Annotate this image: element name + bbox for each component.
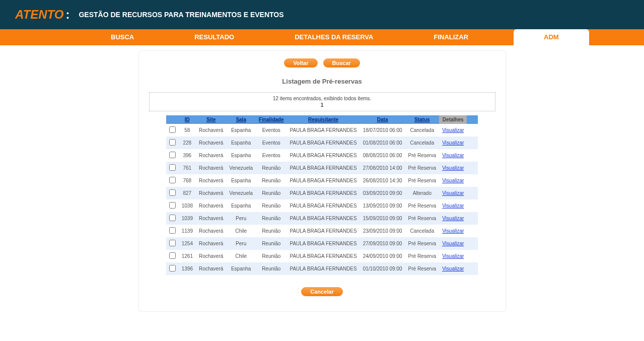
cell-id: 827 xyxy=(179,187,196,199)
visualizar-link[interactable]: Visualizar xyxy=(442,241,464,246)
table-row: 768RochaveráEspanhaReuniãoPAULA BRAGA FE… xyxy=(166,174,478,187)
col-data: Data xyxy=(360,115,405,124)
row-checkbox[interactable] xyxy=(169,252,176,259)
cell-site: Rochaverá xyxy=(196,187,226,199)
cell-finalidade: Reunião xyxy=(256,250,287,262)
logo-text: ATENTO xyxy=(15,8,63,21)
sort-data[interactable]: Data xyxy=(377,117,388,122)
col-finalidade: Finalidade xyxy=(256,115,287,124)
row-checkbox[interactable] xyxy=(169,126,176,133)
row-checkbox[interactable] xyxy=(169,152,176,158)
cell-status: Pré Reserva xyxy=(405,237,440,250)
col-detalhes: Detalhes xyxy=(439,115,467,124)
tab-detalhes[interactable]: DETALHES DA RESERVA xyxy=(279,29,388,45)
cell-site: Rochaverá xyxy=(196,137,226,149)
cell-status: Pré Reserva xyxy=(405,212,440,225)
reservation-table: ID Site Sala Finalidade Requisitante Dat… xyxy=(166,115,478,275)
row-checkbox[interactable] xyxy=(169,164,176,171)
tab-busca[interactable]: BUSCA xyxy=(96,29,149,45)
visualizar-link[interactable]: Visualizar xyxy=(442,203,464,209)
voltar-button[interactable]: Voltar xyxy=(284,58,317,67)
buscar-button[interactable]: Buscar xyxy=(323,58,360,67)
visualizar-link[interactable]: Visualizar xyxy=(442,178,464,183)
cell-data: 01/08/2010 06:00 xyxy=(360,137,405,149)
table-row: 1039RochaveráPeruReuniãoPAULA BRAGA FERN… xyxy=(166,212,478,225)
cell-finalidade: Reunião xyxy=(256,237,287,250)
cell-requisitante: PAULA BRAGA FERNANDES xyxy=(287,124,360,137)
page-number: 1 xyxy=(150,102,495,108)
logo: ATENTO: xyxy=(15,8,69,22)
cell-sala: Venezuela xyxy=(226,187,256,199)
cell-status: Cancelada xyxy=(405,225,440,237)
visualizar-link[interactable]: Visualizar xyxy=(442,140,464,146)
table-row: 1038RochaveráEspanhaReuniãoPAULA BRAGA F… xyxy=(166,199,478,212)
col-status: Status xyxy=(405,115,440,124)
cell-id: 761 xyxy=(179,162,196,174)
cell-sala: Espanha xyxy=(226,149,256,162)
cell-finalidade: Eventos xyxy=(256,124,287,137)
visualizar-link[interactable]: Visualizar xyxy=(442,190,464,196)
row-checkbox[interactable] xyxy=(169,202,176,209)
cell-data: 08/08/2010 06:00 xyxy=(360,149,405,162)
cell-finalidade: Eventos xyxy=(256,149,287,162)
visualizar-link[interactable]: Visualizar xyxy=(442,266,464,271)
visualizar-link[interactable]: Visualizar xyxy=(442,127,464,133)
tab-adm[interactable]: ADM xyxy=(514,29,589,45)
cell-requisitante: PAULA BRAGA FERNANDES xyxy=(287,137,360,149)
cell-site: Rochaverá xyxy=(196,162,226,174)
table-row: 1139RochaveráChileReuniãoPAULA BRAGA FER… xyxy=(166,225,478,237)
cell-sala: Chile xyxy=(226,250,256,262)
col-site: Site xyxy=(196,115,226,124)
cell-finalidade: Reunião xyxy=(256,199,287,212)
cell-data: 24/09/2010 09:00 xyxy=(360,250,405,262)
sort-status[interactable]: Status xyxy=(414,117,430,122)
cell-sala: Chile xyxy=(226,225,256,237)
cell-data: 13/09/2010 09:00 xyxy=(360,199,405,212)
cell-data: 03/09/2010 09:00 xyxy=(360,187,405,199)
visualizar-link[interactable]: Visualizar xyxy=(442,153,464,158)
list-title: Listagem de Pré-reservas xyxy=(139,78,506,85)
logo-colon: : xyxy=(65,8,69,21)
col-requisitante: Requisitante xyxy=(287,115,360,124)
col-spacer xyxy=(467,115,478,124)
cell-requisitante: PAULA BRAGA FERNANDES xyxy=(287,250,360,262)
cell-requisitante: PAULA BRAGA FERNANDES xyxy=(287,174,360,187)
cell-data: 26/08/2010 14:30 xyxy=(360,174,405,187)
cancelar-button[interactable]: Cancelar xyxy=(301,287,342,296)
cell-data: 23/09/2010 09:00 xyxy=(360,225,405,237)
visualizar-link[interactable]: Visualizar xyxy=(442,216,464,221)
sort-id[interactable]: ID xyxy=(185,117,190,122)
sort-requisitante[interactable]: Requisitante xyxy=(308,117,338,122)
tab-finalizar[interactable]: FINALIZAR xyxy=(418,29,483,45)
cell-id: 228 xyxy=(179,137,196,149)
row-checkbox[interactable] xyxy=(169,189,176,196)
table-row: 228RochaveráEspanhaEventosPAULA BRAGA FE… xyxy=(166,137,478,149)
row-checkbox[interactable] xyxy=(169,139,176,146)
row-checkbox[interactable] xyxy=(169,177,176,183)
table-row: 827RochaveráVenezuelaReuniãoPAULA BRAGA … xyxy=(166,187,478,199)
cell-sala: Espanha xyxy=(226,124,256,137)
cell-requisitante: PAULA BRAGA FERNANDES xyxy=(287,237,360,250)
cell-finalidade: Reunião xyxy=(256,174,287,187)
row-checkbox[interactable] xyxy=(169,215,176,221)
visualizar-link[interactable]: Visualizar xyxy=(442,165,464,171)
tab-resultado[interactable]: RESULTADO xyxy=(179,29,249,45)
sort-sala[interactable]: Sala xyxy=(236,117,246,122)
cell-status: Pré Reserva xyxy=(405,174,440,187)
visualizar-link[interactable]: Visualizar xyxy=(442,228,464,234)
cell-sala: Espanha xyxy=(226,174,256,187)
col-checkbox xyxy=(166,115,179,124)
cell-status: Pré Reserva xyxy=(405,199,440,212)
table-row: 1261RochaveráChileReuniãoPAULA BRAGA FER… xyxy=(166,250,478,262)
cell-sala: Peru xyxy=(226,212,256,225)
row-checkbox[interactable] xyxy=(169,240,176,246)
row-checkbox[interactable] xyxy=(169,265,176,271)
sort-site[interactable]: Site xyxy=(206,117,216,122)
visualizar-link[interactable]: Visualizar xyxy=(442,253,464,259)
table-row: 396RochaveráEspanhaEventosPAULA BRAGA FE… xyxy=(166,149,478,162)
cell-site: Rochaverá xyxy=(196,124,226,137)
cell-finalidade: Reunião xyxy=(256,212,287,225)
table-row: 1396RochaveráEspanhaReuniãoPAULA BRAGA F… xyxy=(166,262,478,275)
sort-finalidade[interactable]: Finalidade xyxy=(259,117,283,122)
row-checkbox[interactable] xyxy=(169,227,176,234)
